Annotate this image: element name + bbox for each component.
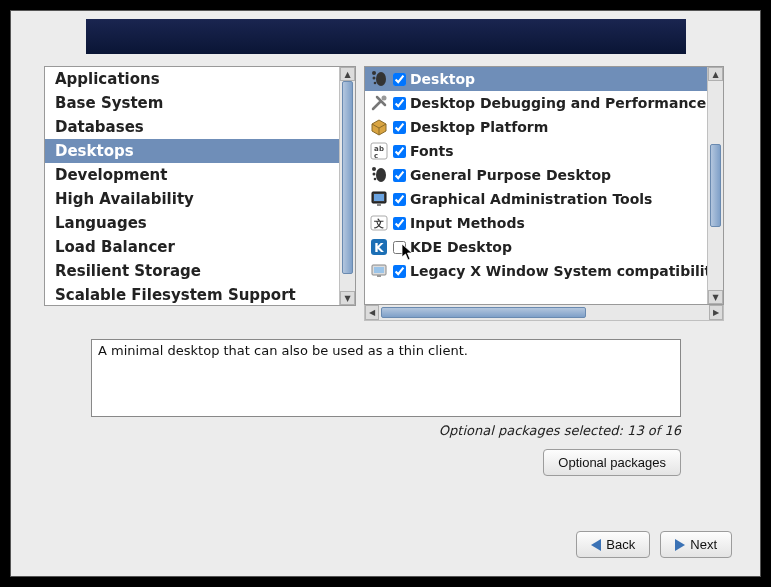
package-label: Fonts <box>410 143 454 159</box>
tools-icon <box>369 93 389 113</box>
monitor-icon <box>369 261 389 281</box>
scroll-thumb[interactable] <box>710 144 721 228</box>
installer-window: ApplicationsBase SystemDatabasesDesktops… <box>10 10 761 577</box>
gnome-foot-icon <box>369 165 389 185</box>
package-item[interactable]: Desktop Platform <box>365 115 707 139</box>
svg-point-3 <box>374 82 377 85</box>
category-item[interactable]: Load Balancer <box>45 235 339 259</box>
svg-rect-14 <box>374 194 384 201</box>
status-line: Optional packages selected: 13 of 16 <box>91 423 681 438</box>
scroll-up-icon[interactable]: ▲ <box>340 67 355 81</box>
scroll-right-icon[interactable]: ▶ <box>709 305 723 320</box>
button-label: Back <box>606 537 635 552</box>
package-item[interactable]: abcFonts <box>365 139 707 163</box>
fonts-icon: abc <box>369 141 389 161</box>
package-checkbox[interactable] <box>393 121 406 134</box>
selection-panes: ApplicationsBase SystemDatabasesDesktops… <box>44 66 724 321</box>
optional-packages-button[interactable]: Optional packages <box>543 449 681 476</box>
package-hscrollbar[interactable]: ◀ ▶ <box>364 305 724 321</box>
header-banner <box>86 19 686 54</box>
next-button[interactable]: Next <box>660 531 732 558</box>
category-item[interactable]: Scalable Filesystem Support <box>45 283 339 305</box>
package-checkbox[interactable] <box>393 97 406 110</box>
svg-rect-15 <box>377 203 381 206</box>
package-label: KDE Desktop <box>410 239 512 255</box>
package-label: Desktop Platform <box>410 119 548 135</box>
category-item[interactable]: Resilient Storage <box>45 259 339 283</box>
arrow-left-icon <box>591 539 601 551</box>
package-checkbox[interactable] <box>393 169 406 182</box>
package-item[interactable]: Desktop Debugging and Performance <box>365 91 707 115</box>
category-item[interactable]: Applications <box>45 67 339 91</box>
package-item[interactable]: Desktop <box>365 67 707 91</box>
svg-point-2 <box>373 77 376 80</box>
svg-text:b: b <box>379 145 384 153</box>
description-box: A minimal desktop that can also be used … <box>91 339 681 417</box>
scroll-down-icon[interactable]: ▼ <box>340 291 355 305</box>
package-checkbox[interactable] <box>393 193 406 206</box>
svg-rect-22 <box>377 275 381 277</box>
scroll-up-icon[interactable]: ▲ <box>708 67 723 81</box>
package-item[interactable]: 文Input Methods <box>365 211 707 235</box>
package-label: Desktop Debugging and Performance <box>410 95 706 111</box>
scroll-thumb[interactable] <box>342 81 353 274</box>
package-label: Legacy X Window System compatibility <box>410 263 707 279</box>
package-checkbox[interactable] <box>393 241 406 254</box>
svg-point-1 <box>372 71 376 75</box>
svg-point-4 <box>382 96 387 101</box>
status-text: Optional packages selected: 13 of 16 <box>439 423 681 438</box>
package-listbox[interactable]: DesktopDesktop Debugging and Performance… <box>364 66 724 305</box>
back-button[interactable]: Back <box>576 531 650 558</box>
scroll-left-icon[interactable]: ◀ <box>365 305 379 320</box>
svg-point-10 <box>372 167 376 171</box>
package-item[interactable]: Legacy X Window System compatibility <box>365 259 707 283</box>
package-label: Graphical Administration Tools <box>410 191 652 207</box>
svg-point-0 <box>376 72 386 86</box>
category-item[interactable]: Languages <box>45 211 339 235</box>
package-label: Desktop <box>410 71 475 87</box>
package-label: Input Methods <box>410 215 525 231</box>
package-pane: DesktopDesktop Debugging and Performance… <box>364 66 724 321</box>
svg-point-12 <box>374 178 377 181</box>
admin-icon <box>369 189 389 209</box>
package-item[interactable]: General Purpose Desktop <box>365 163 707 187</box>
category-scrollbar[interactable]: ▲ ▼ <box>339 67 355 305</box>
package-checkbox[interactable] <box>393 265 406 278</box>
package-label: General Purpose Desktop <box>410 167 611 183</box>
svg-point-11 <box>373 173 376 176</box>
svg-text:c: c <box>374 152 378 160</box>
category-item[interactable]: Desktops <box>45 139 339 163</box>
scroll-down-icon[interactable]: ▼ <box>708 290 723 304</box>
category-item[interactable]: Base System <box>45 91 339 115</box>
package-checkbox[interactable] <box>393 145 406 158</box>
category-item[interactable]: High Availability <box>45 187 339 211</box>
category-listbox[interactable]: ApplicationsBase SystemDatabasesDesktops… <box>44 66 356 306</box>
svg-text:文: 文 <box>373 218 384 229</box>
package-checkbox[interactable] <box>393 217 406 230</box>
button-label: Optional packages <box>558 455 666 470</box>
package-item[interactable]: Graphical Administration Tools <box>365 187 707 211</box>
scroll-thumb[interactable] <box>381 307 586 318</box>
svg-point-9 <box>376 168 386 182</box>
optional-packages-row: Optional packages <box>91 449 681 476</box>
description-text: A minimal desktop that can also be used … <box>98 343 468 358</box>
package-icon <box>369 117 389 137</box>
package-scrollbar[interactable]: ▲ ▼ <box>707 67 723 304</box>
kde-icon: K <box>369 237 389 257</box>
gnome-foot-icon <box>369 69 389 89</box>
input-icon: 文 <box>369 213 389 233</box>
svg-text:K: K <box>374 241 384 255</box>
arrow-right-icon <box>675 539 685 551</box>
button-label: Next <box>690 537 717 552</box>
package-item[interactable]: KKDE Desktop <box>365 235 707 259</box>
category-item[interactable]: Databases <box>45 115 339 139</box>
category-item[interactable]: Development <box>45 163 339 187</box>
package-checkbox[interactable] <box>393 73 406 86</box>
nav-footer: Back Next <box>576 531 732 558</box>
svg-rect-21 <box>374 267 384 273</box>
